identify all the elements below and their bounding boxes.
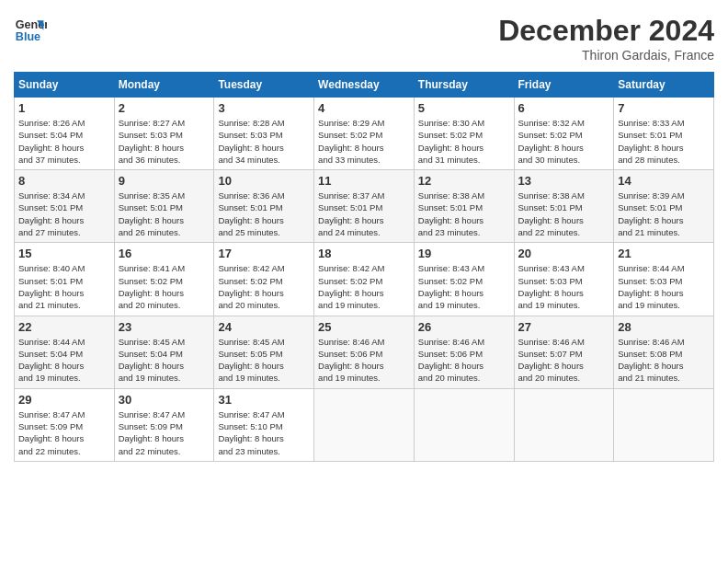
calendar-subtitle: Thiron Gardais, France — [498, 48, 714, 63]
calendar-cell: 22Sunrise: 8:44 AM Sunset: 5:04 PM Dayli… — [15, 316, 115, 388]
day-info: Sunrise: 8:35 AM Sunset: 5:01 PM Dayligh… — [119, 190, 210, 238]
day-number: 9 — [119, 174, 210, 188]
day-header-sunday: Sunday — [15, 73, 115, 98]
calendar-cell: 16Sunrise: 8:41 AM Sunset: 5:02 PM Dayli… — [114, 243, 214, 316]
day-number: 22 — [18, 320, 110, 334]
day-number: 24 — [218, 320, 310, 334]
day-number: 8 — [18, 174, 110, 188]
calendar-cell: 20Sunrise: 8:43 AM Sunset: 5:03 PM Dayli… — [514, 243, 614, 316]
logo: General Blue — [14, 14, 47, 47]
day-info: Sunrise: 8:46 AM Sunset: 5:08 PM Dayligh… — [618, 336, 710, 385]
day-info: Sunrise: 8:44 AM Sunset: 5:04 PM Dayligh… — [18, 336, 110, 385]
calendar-title: December 2024 — [498, 14, 714, 48]
calendar-cell: 27Sunrise: 8:46 AM Sunset: 5:07 PM Dayli… — [514, 316, 614, 388]
logo-icon: General Blue — [14, 14, 47, 47]
day-info: Sunrise: 8:37 AM Sunset: 5:01 PM Dayligh… — [318, 190, 410, 238]
day-number: 15 — [18, 247, 110, 260]
calendar-cell: 4Sunrise: 8:29 AM Sunset: 5:02 PM Daylig… — [314, 98, 415, 170]
day-number: 2 — [119, 101, 210, 115]
calendar-cell: 24Sunrise: 8:45 AM Sunset: 5:05 PM Dayli… — [214, 316, 314, 388]
week-row-3: 15Sunrise: 8:40 AM Sunset: 5:01 PM Dayli… — [15, 243, 714, 316]
day-info: Sunrise: 8:40 AM Sunset: 5:01 PM Dayligh… — [18, 262, 110, 311]
week-row-5: 29Sunrise: 8:47 AM Sunset: 5:09 PM Dayli… — [15, 388, 714, 461]
title-area: December 2024 Thiron Gardais, France — [498, 14, 714, 63]
day-number: 20 — [518, 247, 610, 260]
day-number: 23 — [119, 320, 210, 334]
week-row-1: 1Sunrise: 8:26 AM Sunset: 5:04 PM Daylig… — [15, 98, 714, 170]
calendar-cell: 12Sunrise: 8:38 AM Sunset: 5:01 PM Dayli… — [414, 170, 514, 243]
day-info: Sunrise: 8:42 AM Sunset: 5:02 PM Dayligh… — [318, 262, 410, 311]
calendar-cell — [314, 388, 415, 461]
day-number: 16 — [119, 247, 210, 260]
day-number: 19 — [418, 247, 510, 260]
day-header-thursday: Thursday — [414, 73, 514, 98]
day-info: Sunrise: 8:46 AM Sunset: 5:06 PM Dayligh… — [418, 336, 510, 385]
calendar-cell: 13Sunrise: 8:38 AM Sunset: 5:01 PM Dayli… — [514, 170, 614, 243]
calendar-cell: 17Sunrise: 8:42 AM Sunset: 5:02 PM Dayli… — [214, 243, 314, 316]
calendar-cell: 11Sunrise: 8:37 AM Sunset: 5:01 PM Dayli… — [314, 170, 415, 243]
calendar-cell: 9Sunrise: 8:35 AM Sunset: 5:01 PM Daylig… — [114, 170, 214, 243]
day-number: 30 — [119, 393, 210, 407]
calendar-cell: 21Sunrise: 8:44 AM Sunset: 5:03 PM Dayli… — [614, 243, 714, 316]
calendar-cell: 1Sunrise: 8:26 AM Sunset: 5:04 PM Daylig… — [15, 98, 115, 170]
day-number: 10 — [218, 174, 310, 188]
day-info: Sunrise: 8:43 AM Sunset: 5:02 PM Dayligh… — [418, 262, 510, 311]
day-info: Sunrise: 8:38 AM Sunset: 5:01 PM Dayligh… — [518, 190, 610, 238]
day-number: 7 — [618, 101, 710, 115]
week-row-2: 8Sunrise: 8:34 AM Sunset: 5:01 PM Daylig… — [15, 170, 714, 243]
day-number: 3 — [218, 101, 310, 115]
day-number: 17 — [218, 247, 310, 260]
day-number: 25 — [318, 320, 410, 334]
calendar-cell: 5Sunrise: 8:30 AM Sunset: 5:02 PM Daylig… — [414, 98, 514, 170]
svg-text:Blue: Blue — [16, 30, 40, 43]
calendar-cell: 8Sunrise: 8:34 AM Sunset: 5:01 PM Daylig… — [15, 170, 115, 243]
day-info: Sunrise: 8:32 AM Sunset: 5:02 PM Dayligh… — [518, 117, 610, 166]
day-info: Sunrise: 8:39 AM Sunset: 5:01 PM Dayligh… — [618, 190, 710, 238]
day-info: Sunrise: 8:36 AM Sunset: 5:01 PM Dayligh… — [218, 190, 310, 238]
calendar-cell: 15Sunrise: 8:40 AM Sunset: 5:01 PM Dayli… — [15, 243, 115, 316]
day-info: Sunrise: 8:47 AM Sunset: 5:09 PM Dayligh… — [119, 408, 210, 457]
calendar-cell: 28Sunrise: 8:46 AM Sunset: 5:08 PM Dayli… — [614, 316, 714, 388]
day-info: Sunrise: 8:29 AM Sunset: 5:02 PM Dayligh… — [318, 117, 410, 166]
day-info: Sunrise: 8:27 AM Sunset: 5:03 PM Dayligh… — [119, 117, 210, 166]
day-info: Sunrise: 8:43 AM Sunset: 5:03 PM Dayligh… — [518, 262, 610, 311]
calendar-cell: 26Sunrise: 8:46 AM Sunset: 5:06 PM Dayli… — [414, 316, 514, 388]
day-number: 18 — [318, 247, 410, 260]
day-number: 13 — [518, 174, 610, 188]
day-info: Sunrise: 8:47 AM Sunset: 5:09 PM Dayligh… — [18, 408, 110, 457]
day-header-wednesday: Wednesday — [314, 73, 415, 98]
day-info: Sunrise: 8:46 AM Sunset: 5:07 PM Dayligh… — [518, 336, 610, 385]
calendar-cell: 6Sunrise: 8:32 AM Sunset: 5:02 PM Daylig… — [514, 98, 614, 170]
day-number: 6 — [518, 101, 610, 115]
calendar-table: SundayMondayTuesdayWednesdayThursdayFrid… — [14, 72, 714, 462]
day-number: 21 — [618, 247, 710, 260]
day-info: Sunrise: 8:33 AM Sunset: 5:01 PM Dayligh… — [618, 117, 710, 166]
day-info: Sunrise: 8:47 AM Sunset: 5:10 PM Dayligh… — [218, 408, 310, 457]
day-info: Sunrise: 8:26 AM Sunset: 5:04 PM Dayligh… — [18, 117, 110, 166]
calendar-cell: 10Sunrise: 8:36 AM Sunset: 5:01 PM Dayli… — [214, 170, 314, 243]
calendar-cell: 29Sunrise: 8:47 AM Sunset: 5:09 PM Dayli… — [15, 388, 115, 461]
calendar-cell: 30Sunrise: 8:47 AM Sunset: 5:09 PM Dayli… — [114, 388, 214, 461]
day-number: 28 — [618, 320, 710, 334]
day-info: Sunrise: 8:28 AM Sunset: 5:03 PM Dayligh… — [218, 117, 310, 166]
day-number: 26 — [418, 320, 510, 334]
calendar-cell — [414, 388, 514, 461]
day-info: Sunrise: 8:30 AM Sunset: 5:02 PM Dayligh… — [418, 117, 510, 166]
calendar-cell: 3Sunrise: 8:28 AM Sunset: 5:03 PM Daylig… — [214, 98, 314, 170]
day-number: 4 — [318, 101, 410, 115]
header: General Blue December 2024 Thiron Gardai… — [14, 14, 714, 63]
calendar-cell: 23Sunrise: 8:45 AM Sunset: 5:04 PM Dayli… — [114, 316, 214, 388]
calendar-cell: 31Sunrise: 8:47 AM Sunset: 5:10 PM Dayli… — [214, 388, 314, 461]
day-info: Sunrise: 8:34 AM Sunset: 5:01 PM Dayligh… — [18, 190, 110, 238]
day-number: 5 — [418, 101, 510, 115]
calendar-cell: 19Sunrise: 8:43 AM Sunset: 5:02 PM Dayli… — [414, 243, 514, 316]
day-number: 31 — [218, 393, 310, 407]
calendar-cell: 7Sunrise: 8:33 AM Sunset: 5:01 PM Daylig… — [614, 98, 714, 170]
day-info: Sunrise: 8:44 AM Sunset: 5:03 PM Dayligh… — [618, 262, 710, 311]
day-number: 14 — [618, 174, 710, 188]
day-info: Sunrise: 8:45 AM Sunset: 5:04 PM Dayligh… — [119, 336, 210, 385]
calendar-cell: 2Sunrise: 8:27 AM Sunset: 5:03 PM Daylig… — [114, 98, 214, 170]
calendar-cell: 14Sunrise: 8:39 AM Sunset: 5:01 PM Dayli… — [614, 170, 714, 243]
week-row-4: 22Sunrise: 8:44 AM Sunset: 5:04 PM Dayli… — [15, 316, 714, 388]
day-info: Sunrise: 8:41 AM Sunset: 5:02 PM Dayligh… — [119, 262, 210, 311]
